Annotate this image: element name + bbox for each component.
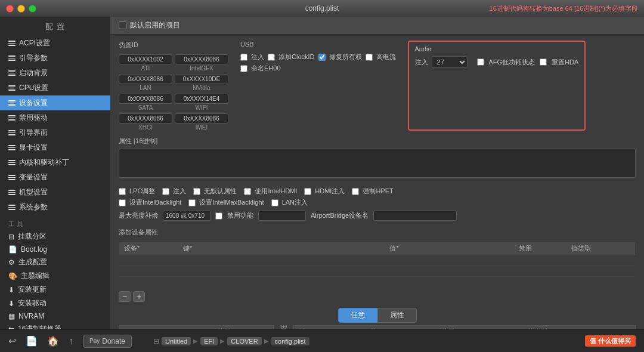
sidebar-tool-partition[interactable]: ⊟ 挂载分区: [0, 230, 110, 243]
intel-backlight-checkbox[interactable]: [119, 199, 126, 206]
sidebar-tool-nvram[interactable]: ▦ NVRAM: [0, 310, 110, 322]
sidebar-item-devices[interactable]: 设备设置: [0, 95, 110, 110]
donate-button[interactable]: Pay Donate: [83, 335, 132, 348]
usb-section: USB 注入 添加ClockID 修复所有权 高电流 命名EH00: [240, 41, 396, 131]
sidebar-tool-hex[interactable]: ⇆ 16进制转换器: [0, 322, 110, 329]
options-row-2: 设置IntelBacklight 设置IntelMaxBacklight LAN…: [110, 198, 644, 209]
device-id-imei-input[interactable]: [175, 113, 228, 123]
sidebar-tool-install-driver[interactable]: ⬇ 安装驱动: [0, 297, 110, 310]
pay-icon: Pay: [89, 338, 100, 344]
intel-max-backlight-checkbox[interactable]: [188, 199, 196, 206]
device-id-sata-input[interactable]: [119, 94, 172, 104]
sidebar-item-model[interactable]: 机型设置: [0, 185, 110, 200]
toolbar-icon-arrow[interactable]: ↩: [8, 335, 16, 347]
device-id-lan-input[interactable]: [119, 74, 172, 84]
audio-inject-select[interactable]: 27: [432, 56, 467, 68]
breadcrumb-untitled: Untitled: [162, 337, 191, 345]
sidebar-item-cpu[interactable]: CPU设置: [0, 81, 110, 95]
breadcrumb-icon: ⊟: [153, 337, 159, 345]
list-icon: [8, 130, 16, 135]
usb-highcurrent-checkbox[interactable]: [366, 54, 373, 61]
partition-icon: ⊟: [8, 233, 14, 241]
sidebar-item-kernel-patch[interactable]: 内核和驱动补丁: [0, 155, 110, 170]
device-id-xhci-input[interactable]: [119, 113, 172, 123]
tab-arbitrary[interactable]: 任意: [338, 308, 377, 323]
header-checkbox[interactable]: [119, 21, 126, 29]
inject-checkbox[interactable]: [162, 188, 169, 195]
bottom-toolbar: ↩ 📄 🏠 ↑ Pay Donate ⊟ Untitled ▶ EFI ▶ CL…: [0, 329, 644, 352]
gen-icon: ⚙: [8, 258, 15, 267]
airport-input[interactable]: [373, 211, 457, 221]
intel-backlight-option: 设置IntelBacklight: [119, 198, 181, 207]
brightness-input[interactable]: [163, 211, 210, 221]
device-table-minus-btn[interactable]: −: [119, 291, 131, 302]
intel-hdmi-option: 使用IntelHDMI: [244, 187, 297, 196]
device-id-nvidia-input[interactable]: [175, 74, 228, 84]
col-value: 值*: [385, 242, 514, 255]
tab-properties[interactable]: 属性: [377, 308, 417, 323]
log-icon: 📄: [8, 245, 17, 254]
usb-nameh00-checkbox[interactable]: [240, 65, 247, 72]
reset-hda-checkbox[interactable]: [540, 58, 547, 66]
hdmi-inject-checkbox[interactable]: [304, 188, 311, 195]
toolbar-icon-share[interactable]: ↑: [69, 336, 73, 347]
sidebar-item-system[interactable]: 系统参数: [0, 200, 110, 215]
device-table-controls: − +: [110, 290, 644, 305]
audio-inject-label: 注入: [415, 58, 428, 67]
col-disable: 禁用: [514, 242, 566, 255]
list-icon: [8, 205, 16, 210]
usb-clockid-checkbox[interactable]: [268, 54, 275, 61]
sidebar-item-boot-ui[interactable]: 引导界面: [0, 125, 110, 140]
device-id-nvidia-label: NVidia: [193, 85, 210, 91]
sidebar-item-variables[interactable]: 变量设置: [0, 170, 110, 185]
sidebar-item-boot-params[interactable]: 引导参数: [0, 51, 110, 66]
sidebar-tool-bootlog[interactable]: 📄 Boot.log: [0, 243, 110, 255]
force-hpet-checkbox[interactable]: [352, 188, 359, 195]
brightness-label: 最大亮度补偿: [119, 211, 158, 220]
sidebar-tool-install-update[interactable]: ⬇ 安装更新: [0, 283, 110, 297]
maximize-button[interactable]: [29, 5, 36, 13]
lpc-option: LPC调整: [119, 187, 155, 196]
minimize-button[interactable]: [17, 5, 25, 13]
titlebar: config.plist 16进制代码将转换为base 64 [16进制](*)…: [0, 0, 644, 17]
sidebar-item-disable-drivers[interactable]: 禁用驱动: [0, 110, 110, 125]
sidebar-tool-theme[interactable]: 🎨 主题编辑: [0, 269, 110, 283]
sidebar-item-gpu[interactable]: 显卡设置: [0, 140, 110, 155]
disable-func-checkbox[interactable]: [215, 212, 222, 220]
toolbar-icon-home[interactable]: 🏠: [47, 335, 59, 347]
main-layout: 配 置 ACPI设置 引导参数 启动背景 CPU设置 设备设置 禁用驱动 引导界…: [0, 17, 644, 329]
sidebar-tool-genconfig[interactable]: ⚙ 生成配置: [0, 255, 110, 269]
list-icon: [8, 70, 16, 76]
list-icon: [8, 55, 16, 61]
device-id-intelgfx-input[interactable]: [175, 54, 228, 64]
list-icon: [8, 115, 16, 121]
device-id-lan: LAN: [119, 74, 172, 91]
list-icon: [8, 190, 16, 195]
close-button[interactable]: [6, 5, 14, 13]
usb-fixowner-checkbox[interactable]: [318, 54, 326, 61]
sidebar-item-acpi[interactable]: ACPI设置: [0, 36, 110, 51]
hdmi-inject-option: HDMI注入: [304, 187, 345, 196]
sidebar-item-boot-bg[interactable]: 启动背景: [0, 66, 110, 81]
usb-inject-checkbox[interactable]: [240, 54, 247, 61]
device-id-wifi-input[interactable]: [175, 94, 228, 104]
afg-checkbox[interactable]: [477, 58, 484, 66]
col-device: 设备*: [119, 242, 179, 255]
device-id-xhci-label: XHCI: [138, 124, 153, 131]
driver-icon: ⬇: [8, 299, 14, 308]
disable-func-input[interactable]: [258, 211, 306, 221]
lpc-checkbox[interactable]: [119, 188, 126, 195]
watermark: 值 什么值得买: [585, 335, 636, 347]
device-id-sata: SATA: [119, 94, 172, 111]
toolbar-icon-doc[interactable]: 📄: [26, 335, 38, 347]
properties-textarea[interactable]: [119, 148, 636, 178]
lan-inject-option: LAN注入: [271, 198, 308, 207]
sidebar-header: 配 置: [0, 17, 110, 36]
bottom-left: PciAddr* 注释 − +: [119, 325, 274, 327]
disable-func-label: 禁用功能: [227, 211, 253, 220]
no-default-checkbox[interactable]: [193, 188, 200, 195]
lan-inject-checkbox[interactable]: [271, 199, 278, 206]
device-id-ati-input[interactable]: [119, 54, 172, 64]
intel-hdmi-checkbox[interactable]: [244, 188, 251, 195]
device-table-add-btn[interactable]: +: [133, 291, 145, 302]
